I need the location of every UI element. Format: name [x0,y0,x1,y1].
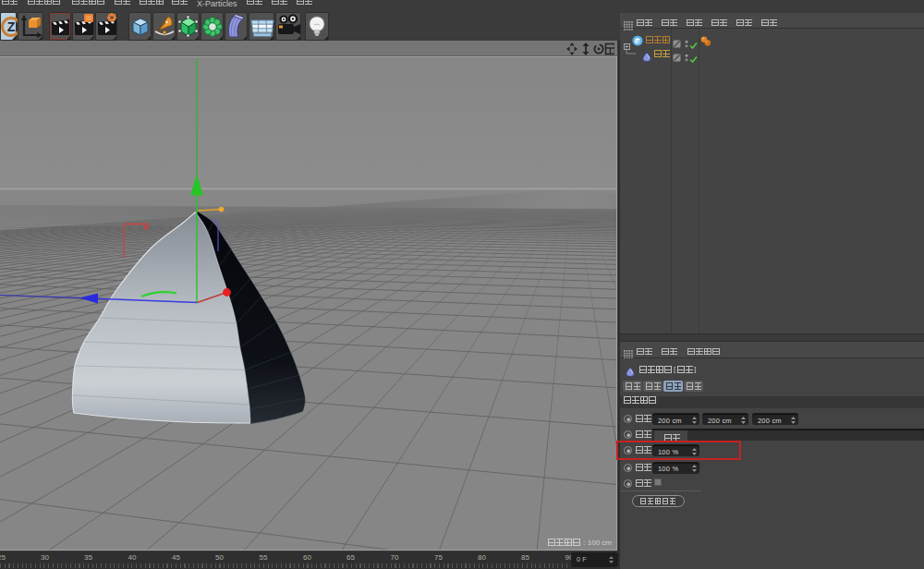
svg-text:Z: Z [7,19,16,34]
